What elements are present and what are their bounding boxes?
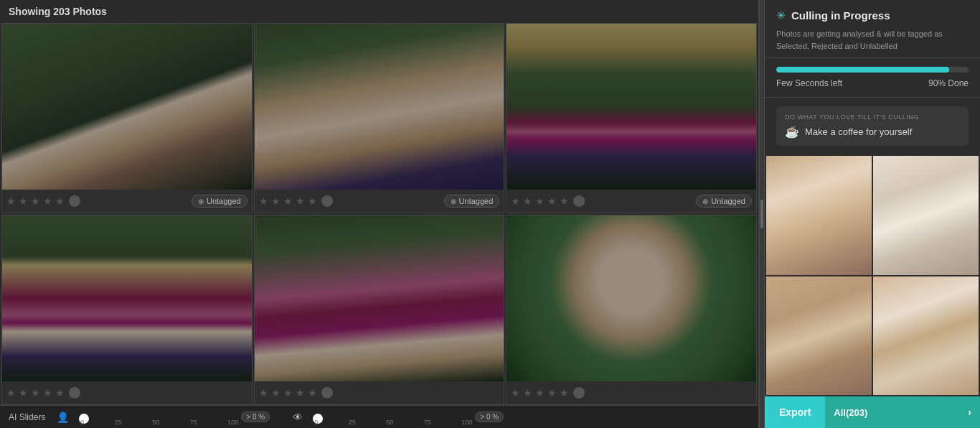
untagged-button[interactable]: ⊕ Untagged — [192, 195, 248, 208]
star-2[interactable]: ★ — [271, 387, 281, 399]
star-4[interactable]: ★ — [547, 195, 557, 207]
star-2[interactable]: ★ — [271, 195, 281, 207]
tag-icon: ⊕ — [451, 197, 456, 205]
photo-thumbnail[interactable] — [255, 24, 504, 190]
star-1[interactable]: ★ — [259, 387, 268, 399]
coffee-do-label: DO WHAT YOU LOVE TILL IT'S CULLING — [785, 113, 960, 121]
star-4[interactable]: ★ — [43, 387, 52, 399]
export-bar: Export All(203) › — [765, 396, 980, 428]
face-thumbnail[interactable] — [766, 276, 872, 396]
circle-button[interactable] — [573, 387, 585, 399]
star-5[interactable]: ★ — [55, 387, 65, 399]
star-4[interactable]: ★ — [43, 195, 52, 207]
progress-bar-fill — [776, 67, 949, 73]
photo-thumbnail[interactable] — [2, 215, 252, 381]
percent-badge-2: > 0 % — [475, 411, 504, 422]
star-1[interactable]: ★ — [6, 195, 16, 207]
circle-button[interactable] — [321, 195, 333, 207]
circle-button[interactable] — [321, 387, 333, 399]
circle-button[interactable] — [573, 195, 585, 207]
star-2[interactable]: ★ — [19, 387, 28, 399]
face-thumbnail[interactable] — [873, 156, 979, 275]
photo-bottom-bar: ★ ★ ★ ★ ★ ⊕ Untagged — [507, 190, 756, 213]
tag-icon: ⊕ — [702, 197, 708, 205]
coffee-icon: ☕ — [785, 125, 799, 139]
photo-bottom-bar: ★ ★ ★ ★ ★ ⊕ Untagged — [2, 190, 252, 213]
untagged-button[interactable]: ⊕ Untagged — [444, 195, 500, 208]
star-1[interactable]: ★ — [511, 387, 520, 399]
star-3[interactable]: ★ — [31, 195, 40, 207]
star-5[interactable]: ★ — [308, 195, 317, 207]
star-3[interactable]: ★ — [535, 387, 545, 399]
table-row: ★ ★ ★ ★ ★ — [1, 215, 253, 405]
table-row: ★ ★ ★ ★ ★ — [506, 215, 757, 405]
star-3[interactable]: ★ — [283, 195, 293, 207]
star-1[interactable]: ★ — [6, 387, 16, 399]
star-4[interactable]: ★ — [547, 387, 557, 399]
bottom-bar: AI Sliders 👤 0 25 50 75 100 — [0, 405, 758, 428]
culling-title-text: Culling in Progress — [791, 9, 890, 22]
ai-sliders-label: AI Sliders — [9, 412, 45, 422]
scroll-handle — [760, 200, 763, 228]
photo-bottom-bar: ★ ★ ★ ★ ★ ⊕ Untagged — [255, 190, 504, 213]
star-4[interactable]: ★ — [296, 195, 305, 207]
photo-bottom-bar: ★ ★ ★ ★ ★ — [255, 381, 504, 404]
photo-grid-area: Showing 203 Photos ★ ★ ★ ★ ★ ⊕ Untagged — [0, 0, 759, 428]
scroll-divider[interactable] — [759, 0, 765, 428]
chevron-right-icon: › — [968, 406, 971, 418]
table-row: ★ ★ ★ ★ ★ ⊕ Untagged — [1, 23, 253, 213]
table-row: ★ ★ ★ ★ ★ — [254, 215, 505, 405]
photo-thumbnail[interactable] — [255, 215, 504, 381]
eye-icon: 👁 — [293, 411, 303, 423]
untagged-button[interactable]: ⊕ Untagged — [696, 195, 752, 208]
circle-button[interactable] — [69, 387, 80, 399]
star-2[interactable]: ★ — [19, 195, 28, 207]
untagged-label: Untagged — [459, 197, 494, 205]
all-count-button[interactable]: All(203) › — [825, 396, 980, 428]
untagged-label: Untagged — [711, 197, 745, 205]
slider-container-2: 0 25 50 75 100 > 0 % — [314, 411, 515, 422]
culling-title: ✳ Culling in Progress — [776, 9, 969, 22]
table-row: ★ ★ ★ ★ ★ ⊕ Untagged — [254, 23, 505, 213]
slider-container-1: 0 25 50 75 100 > 0 % — [80, 411, 281, 422]
table-row: ★ ★ ★ ★ ★ ⊕ Untagged — [506, 23, 757, 213]
star-3[interactable]: ★ — [31, 387, 40, 399]
photo-thumbnail[interactable] — [507, 24, 756, 190]
progress-bar-track — [776, 67, 969, 73]
coffee-text: Make a coffee for yourself — [805, 126, 912, 137]
coffee-section: DO WHAT YOU LOVE TILL IT'S CULLING ☕ Mak… — [776, 106, 969, 146]
coffee-message: ☕ Make a coffee for yourself — [785, 125, 960, 139]
star-2[interactable]: ★ — [523, 195, 532, 207]
percent-badge-1: > 0 % — [241, 411, 270, 422]
export-button[interactable]: Export — [765, 396, 825, 428]
showing-label: Showing 203 Photos — [0, 0, 758, 23]
star-4[interactable]: ★ — [296, 387, 305, 399]
face-thumbnail[interactable] — [873, 276, 979, 396]
star-3[interactable]: ★ — [535, 195, 545, 207]
star-5[interactable]: ★ — [560, 387, 569, 399]
photo-bottom-bar: ★ ★ ★ ★ ★ — [507, 381, 756, 404]
photo-thumbnail[interactable] — [2, 24, 252, 190]
photo-bottom-bar: ★ ★ ★ ★ ★ — [2, 381, 252, 404]
face-grid — [765, 154, 980, 396]
face-thumbnail[interactable] — [766, 156, 872, 275]
culling-desc: Photos are getting analysed & will be ta… — [776, 28, 969, 52]
untagged-label: Untagged — [207, 197, 241, 205]
star-3[interactable]: ★ — [283, 387, 293, 399]
star-1[interactable]: ★ — [511, 195, 520, 207]
all-count-label: All(203) — [834, 407, 867, 418]
photo-grid: ★ ★ ★ ★ ★ ⊕ Untagged ★ — [0, 23, 758, 405]
right-panel: ✳ Culling in Progress Photos are getting… — [765, 0, 980, 428]
star-1[interactable]: ★ — [259, 195, 268, 207]
culling-header: ✳ Culling in Progress Photos are getting… — [765, 0, 980, 58]
circle-button[interactable] — [69, 195, 80, 207]
star-5[interactable]: ★ — [560, 195, 569, 207]
star-5[interactable]: ★ — [55, 195, 65, 207]
spinner-icon: ✳ — [776, 9, 786, 22]
star-2[interactable]: ★ — [523, 387, 532, 399]
slider-labels-2: 0 25 50 75 100 — [314, 419, 472, 426]
photo-thumbnail[interactable] — [507, 215, 756, 381]
progress-right-label: 90% Done — [928, 78, 969, 88]
star-5[interactable]: ★ — [308, 387, 317, 399]
progress-section: Few Seconds left 90% Done — [765, 58, 980, 98]
